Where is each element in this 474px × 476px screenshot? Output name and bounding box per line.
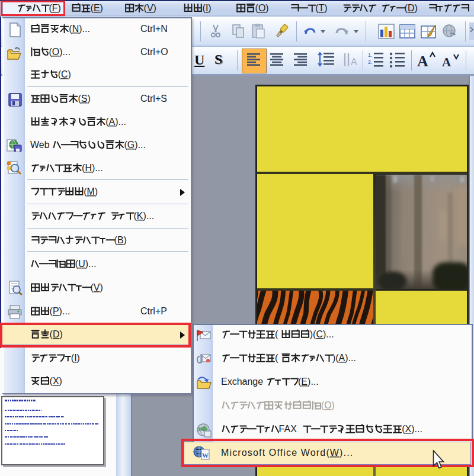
svg-text:...: ... <box>310 377 318 387</box>
svg-text:...: ... <box>146 211 154 221</box>
svg-text:...: ... <box>82 24 90 34</box>
svg-text:(A): (A) <box>105 117 118 127</box>
svg-text:A: A <box>442 55 451 69</box>
svg-text:(D): (D) <box>405 3 418 13</box>
svg-text:(A): (A) <box>335 353 348 363</box>
svg-text:...: ... <box>95 163 103 173</box>
svg-text:(K): (K) <box>134 211 146 221</box>
svg-text:(O): (O) <box>321 400 335 410</box>
svg-text:A: A <box>417 53 428 69</box>
svg-text:(E): (E) <box>298 377 310 387</box>
svg-text:(T): (T) <box>315 3 327 13</box>
svg-text:(: ( <box>275 329 278 339</box>
svg-text:(X): (X) <box>50 376 62 386</box>
svg-text:(P): (P) <box>50 306 62 316</box>
svg-text:(V): (V) <box>91 282 103 292</box>
svg-text:...: ... <box>348 353 356 363</box>
svg-text:...: ... <box>88 259 96 269</box>
svg-text:...: ... <box>63 47 71 57</box>
svg-text:(C): (C) <box>313 329 326 339</box>
svg-text:(H): (H) <box>82 163 95 173</box>
svg-text:(: ( <box>275 353 278 363</box>
svg-text:(X): (X) <box>402 424 414 434</box>
svg-text:2.: 2. <box>368 59 373 65</box>
svg-text:...: ... <box>118 117 126 127</box>
svg-text:(G): (G) <box>124 140 138 150</box>
svg-text:Exchange: Exchange <box>221 377 263 387</box>
svg-text:FAX: FAX <box>279 424 297 434</box>
svg-text:...: ... <box>415 424 422 434</box>
svg-text:(V): (V) <box>144 3 156 13</box>
svg-text:...: ... <box>138 140 146 150</box>
svg-text:(C): (C) <box>58 69 71 79</box>
svg-text:(B): (B) <box>114 235 127 245</box>
svg-text:...: ... <box>62 306 70 316</box>
svg-text:(E): (E) <box>91 3 103 13</box>
svg-text:(M): (M) <box>84 186 98 197</box>
svg-text:(O): (O) <box>49 47 63 57</box>
svg-text:(S): (S) <box>78 94 91 104</box>
svg-text:...: ... <box>326 329 334 339</box>
svg-text:(N): (N) <box>69 24 82 34</box>
svg-text:Web: Web <box>30 140 50 150</box>
svg-text:(O): (O) <box>255 3 269 13</box>
svg-text:(I): (I) <box>203 3 212 13</box>
svg-text:1.: 1. <box>368 52 373 58</box>
svg-text:(U): (U) <box>75 259 88 269</box>
svg-text:A: A <box>351 57 357 67</box>
svg-text:(I): (I) <box>71 353 80 363</box>
